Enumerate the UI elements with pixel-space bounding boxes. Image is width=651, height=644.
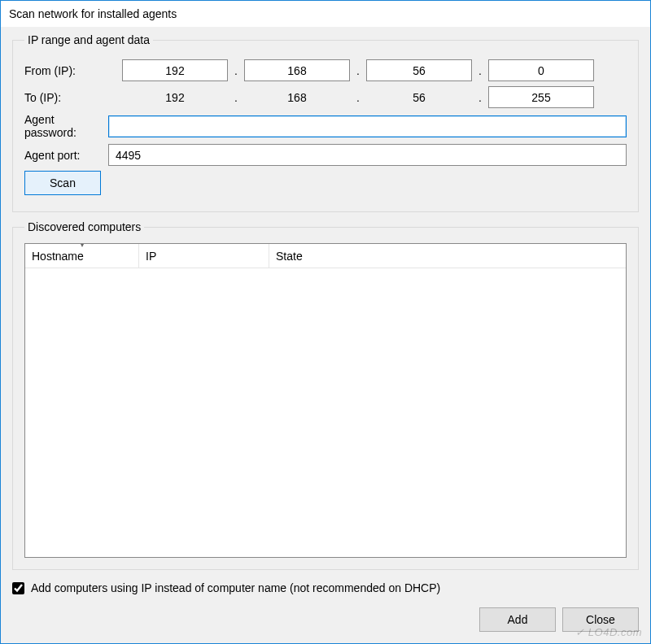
- from-ip-octet-2[interactable]: [244, 59, 350, 81]
- to-ip-octet-3: 56: [366, 91, 472, 104]
- column-state[interactable]: State: [269, 244, 626, 268]
- agent-port-input[interactable]: [108, 144, 627, 166]
- window-title: Scan network for installed agents: [9, 7, 177, 20]
- discovered-group: Discovered computers ▾ Hostname IP State: [12, 220, 639, 570]
- to-ip-octet-1: 192: [122, 91, 228, 104]
- agent-port-label: Agent port:: [24, 149, 108, 162]
- dialog-buttons: Add Close: [12, 607, 639, 632]
- ip-range-group: IP range and agent data From (IP): . . .…: [12, 33, 639, 212]
- ip-dot: .: [350, 91, 366, 104]
- scan-row: Scan: [24, 171, 627, 195]
- to-ip-octet-2: 168: [244, 91, 350, 104]
- from-ip-row: From (IP): . . .: [24, 59, 627, 81]
- ip-dot: .: [472, 64, 488, 77]
- add-button[interactable]: Add: [479, 607, 556, 632]
- from-ip-label: From (IP):: [24, 64, 122, 77]
- column-hostname[interactable]: ▾ Hostname: [25, 244, 139, 268]
- client-area: IP range and agent data From (IP): . . .…: [1, 27, 650, 643]
- to-ip-label: To (IP):: [24, 91, 122, 104]
- from-ip-octet-4[interactable]: [488, 59, 594, 81]
- ip-dot: .: [350, 64, 366, 77]
- to-ip-row: To (IP): 192 . 168 . 56 .: [24, 86, 627, 108]
- agent-password-label: Agent password:: [24, 113, 108, 139]
- use-ip-checkbox-label: Add computers using IP instead of comput…: [31, 581, 440, 594]
- column-ip-label: IP: [146, 250, 156, 263]
- close-button[interactable]: Close: [562, 607, 639, 632]
- list-body[interactable]: [25, 268, 626, 557]
- sort-indicator-icon: ▾: [81, 242, 84, 249]
- agent-password-input[interactable]: [108, 115, 627, 137]
- ip-dot: .: [228, 91, 244, 104]
- ip-dot: .: [228, 64, 244, 77]
- column-state-label: State: [276, 250, 303, 263]
- ip-dot: .: [472, 91, 488, 104]
- ip-range-legend: IP range and agent data: [24, 33, 153, 46]
- from-ip-octet-1[interactable]: [122, 59, 228, 81]
- discovered-legend: Discovered computers: [24, 220, 144, 233]
- to-ip-octet-4[interactable]: [488, 86, 594, 108]
- dialog-window: Scan network for installed agents IP ran…: [0, 0, 651, 644]
- scan-button[interactable]: Scan: [24, 171, 101, 195]
- from-ip-octet-3[interactable]: [366, 59, 472, 81]
- discovered-list[interactable]: ▾ Hostname IP State: [24, 243, 627, 558]
- list-header: ▾ Hostname IP State: [25, 244, 626, 268]
- use-ip-checkbox[interactable]: [12, 582, 24, 594]
- use-ip-checkbox-row: Add computers using IP instead of comput…: [12, 581, 639, 594]
- column-hostname-label: Hostname: [32, 250, 84, 263]
- column-ip[interactable]: IP: [139, 244, 269, 268]
- agent-port-row: Agent port:: [24, 144, 627, 166]
- agent-password-row: Agent password:: [24, 113, 627, 139]
- title-bar: Scan network for installed agents: [1, 1, 650, 27]
